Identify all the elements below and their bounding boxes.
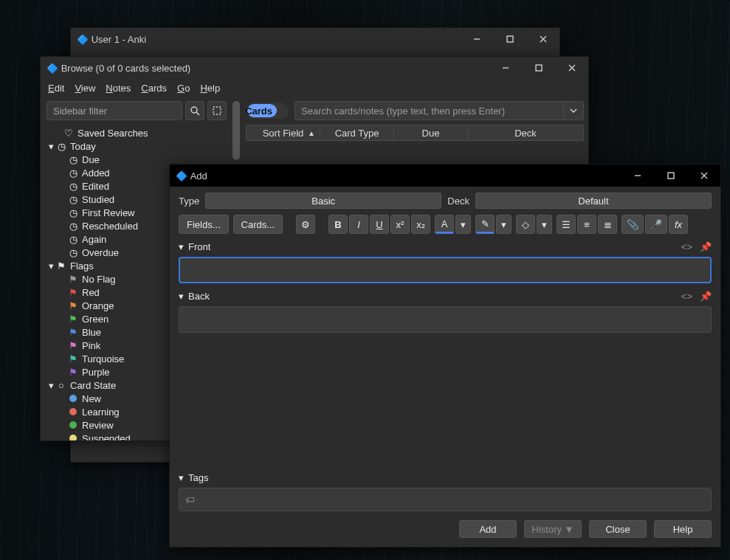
svg-rect-0 [507, 36, 513, 42]
eraser-icon[interactable]: ◇ [516, 215, 535, 234]
circle-icon: ○ [55, 380, 67, 391]
superscript-icon[interactable]: x² [390, 215, 410, 234]
clock-icon: ◷ [67, 154, 79, 165]
function-icon[interactable]: fx [669, 215, 688, 234]
clock-icon: ◷ [67, 181, 79, 192]
html-toggle-icon[interactable]: <> [681, 241, 692, 252]
svg-rect-4 [668, 173, 674, 179]
col-due[interactable]: Due [394, 125, 468, 140]
cards-button[interactable]: Cards... [233, 215, 283, 234]
add-titlebar[interactable]: 🔷 Add [170, 165, 720, 187]
help-button[interactable]: Help [654, 520, 712, 538]
app-icon: 🔷 [47, 63, 58, 74]
note-type-selector[interactable]: Basic [205, 193, 441, 209]
main-titlebar[interactable]: 🔷 User 1 - Anki [71, 28, 559, 50]
subscript-icon[interactable]: x₂ [411, 215, 430, 234]
tags-header[interactable]: ▾ Tags [179, 472, 712, 483]
add-window: 🔷 Add Type Basic Deck Default Fields... … [169, 164, 721, 547]
number-list-icon[interactable]: ≡ [577, 215, 596, 234]
search-icon[interactable] [185, 101, 204, 120]
col-sort-field[interactable]: Sort Field▲ [247, 125, 320, 140]
browse-menubar: Edit View Notes Cards Go Help [41, 79, 588, 97]
flag-icon: ⚑ [67, 340, 79, 351]
svg-rect-1 [536, 65, 542, 71]
microphone-icon[interactable]: 🎤 [645, 215, 667, 234]
scrollbar-thumb[interactable] [233, 101, 240, 160]
menu-cards[interactable]: Cards [141, 83, 167, 94]
pin-icon[interactable]: 📌 [700, 241, 712, 252]
chevron-down-icon[interactable]: ▾ [179, 241, 184, 252]
chevron-down-icon[interactable]: ▾ [47, 380, 55, 391]
minimize-button[interactable] [489, 57, 522, 79]
search-input[interactable]: Search cards/notes (type text, then pres… [295, 101, 563, 120]
minimize-button[interactable] [621, 165, 654, 187]
front-field-input[interactable] [179, 257, 712, 283]
menu-view[interactable]: View [75, 83, 95, 94]
col-deck[interactable]: Deck [468, 125, 583, 140]
chevron-down-icon[interactable]: ▾ [47, 260, 55, 272]
html-toggle-icon[interactable]: <> [681, 291, 692, 302]
italic-icon[interactable]: I [349, 215, 368, 234]
close-button[interactable] [555, 57, 588, 79]
bullet-list-icon[interactable]: ☰ [557, 215, 576, 234]
pin-icon[interactable]: 📌 [700, 291, 712, 302]
sort-asc-icon: ▲ [308, 129, 315, 137]
tree-saved-searches[interactable]: ♡Saved Searches [47, 126, 230, 139]
text-color-icon[interactable]: A [435, 215, 454, 234]
add-button[interactable]: Add [459, 520, 517, 538]
tags-input[interactable]: 🏷 [179, 488, 712, 511]
close-button[interactable]: Close [589, 520, 647, 538]
align-icon[interactable]: ≣ [598, 215, 617, 234]
history-button[interactable]: History ▼ [524, 520, 582, 538]
fields-button[interactable]: Fields... [179, 215, 229, 234]
deck-label: Deck [447, 196, 469, 207]
menu-notes[interactable]: Notes [106, 83, 131, 94]
attachment-icon[interactable]: 📎 [621, 215, 644, 234]
settings-icon[interactable]: ⚙ [296, 215, 315, 234]
deck-selector[interactable]: Default [475, 193, 712, 209]
editor-toolbar: Fields... Cards... ⚙ B I U x² x₂ A ▾ ✎ ▾… [179, 215, 712, 234]
flag-icon: ⚑ [67, 300, 79, 311]
highlight-dropdown-icon[interactable]: ▾ [496, 215, 512, 234]
clock-icon: ◷ [67, 207, 79, 218]
underline-icon[interactable]: U [370, 215, 389, 234]
front-field-header[interactable]: ▾ Front <> 📌 [179, 241, 712, 252]
state-dot-icon [67, 408, 79, 415]
menu-go[interactable]: Go [177, 83, 190, 94]
chevron-down-icon[interactable]: ▾ [47, 141, 55, 152]
back-field-input[interactable] [179, 306, 712, 333]
select-tool-icon[interactable] [207, 101, 227, 120]
minimize-button[interactable] [460, 28, 493, 50]
maximize-button[interactable] [493, 28, 526, 50]
text-color-dropdown-icon[interactable]: ▾ [455, 215, 471, 234]
add-title: Add [190, 170, 207, 182]
add-footer: Add History ▼ Close Help [179, 520, 712, 538]
clock-icon: ◷ [67, 167, 79, 179]
close-button[interactable] [687, 165, 720, 187]
bold-icon[interactable]: B [328, 215, 348, 234]
back-label: Back [188, 291, 210, 302]
col-card-type[interactable]: Card Type [320, 125, 394, 140]
maximize-button[interactable] [654, 165, 687, 187]
type-label: Type [179, 196, 199, 207]
highlight-icon[interactable]: ✎ [475, 215, 495, 234]
column-headers: Sort Field▲ Card Type Due Deck [246, 125, 584, 141]
menu-help[interactable]: Help [200, 83, 220, 94]
back-field-header[interactable]: ▾ Back <> 📌 [179, 291, 712, 302]
eraser-dropdown-icon[interactable]: ▾ [537, 215, 552, 234]
tag-icon: 🏷 [185, 494, 195, 505]
tree-today[interactable]: ▾◷Today [47, 139, 230, 153]
maximize-button[interactable] [522, 57, 555, 79]
close-button[interactable] [526, 28, 559, 50]
cards-notes-toggle[interactable]: Cards [246, 103, 289, 119]
browse-titlebar[interactable]: 🔷 Browse (0 of 0 cards selected) [41, 57, 588, 79]
svg-rect-3 [213, 107, 221, 114]
svg-point-2 [191, 107, 197, 113]
clock-icon: ◷ [67, 234, 79, 245]
menu-edit[interactable]: Edit [48, 83, 64, 94]
search-dropdown-icon[interactable] [563, 101, 584, 120]
chevron-down-icon[interactable]: ▾ [179, 291, 184, 302]
sidebar-filter-input[interactable]: Sidebar filter [47, 101, 182, 120]
chevron-down-icon[interactable]: ▾ [179, 472, 184, 483]
flag-icon: ⚑ [67, 274, 79, 285]
